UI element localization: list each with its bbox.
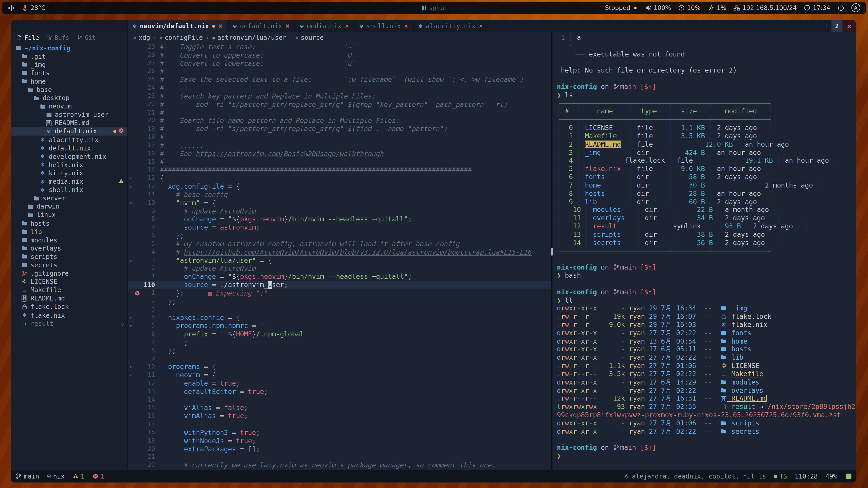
window-separator[interactable] [551,32,553,470]
tree-item[interactable]: hosts [11,219,127,228]
fold-caret-icon[interactable]: ▾ [128,199,133,207]
temperature-module[interactable]: 28°C [22,4,46,11]
tree-item[interactable]: ❄shell.nix [11,186,127,194]
tabpage-2[interactable]: 2 [831,20,842,32]
tree-item[interactable]: .git [11,52,127,60]
close-icon[interactable]: × [404,22,408,30]
terminal-line: .rw-r--r-- 3.5k ryan 27 7 02:22 -- ≡ Mak… [557,370,856,378]
editor-line: 27# Convert to lowercase: `u` [128,60,551,68]
nix-icon: ❄ [47,128,51,135]
tabline-close-button[interactable]: × [842,20,856,32]
buffer-tab[interactable]: ❄neovim/default.nix●× [128,20,228,32]
code-text: extraPackages = []; [160,445,260,453]
scrollbar-thumb[interactable] [551,248,553,256]
tree-item[interactable]: MREADME.md [11,294,127,302]
close-icon[interactable]: × [345,22,349,30]
launcher-icon[interactable] [8,4,15,11]
buffer-tab[interactable]: ❄alacritty.nix× [414,20,488,32]
tree-item[interactable]: ❄media.nix [11,177,127,186]
tree-item[interactable]: darwin [11,202,127,211]
user-badge[interactable]: A [851,3,860,12]
fold-caret-icon[interactable]: ▾ [128,314,133,322]
tree-item[interactable]: desktop [11,94,127,102]
tree-item[interactable]: ↪result○ [11,319,127,328]
tree-item[interactable]: ❄kitty.nix [11,169,127,177]
fold-caret-icon[interactable]: ▾ [128,363,133,371]
tree-item[interactable]: _img [11,60,127,69]
buffer-tabs: ❄neovim/default.nix●×❄default.nix×❄media… [128,20,489,32]
volume-module[interactable]: 100% [645,4,671,11]
buffer-tab[interactable]: ❄default.nix× [228,20,295,32]
buffer-tab[interactable]: ❄media.nix× [295,20,354,32]
tree-item[interactable]: flake.lock [11,302,127,311]
file-tree[interactable]: ~/nix-config.git_imgfontshomebasedesktop… [11,43,127,470]
disk-value: 10% [687,4,701,11]
tree-item[interactable]: neovim [11,102,127,110]
tree-item[interactable]: fonts [11,69,127,77]
env-name: nix [53,472,65,480]
line-number: 18 [141,133,155,141]
fold-caret-icon[interactable]: ▾ [128,371,133,380]
sidebar-tab-file[interactable]: File [17,34,39,41]
tree-item[interactable]: home [11,77,127,86]
brightness-module[interactable]: 1% [708,4,726,11]
sidebar-tab-bufs[interactable]: Bufs [47,34,69,41]
breadcrumb-item[interactable]: ◈source [296,34,324,41]
network-module[interactable]: 192.168.5.100/24 [734,4,797,11]
tree-item[interactable]: overlays [11,244,127,253]
fold-caret-icon[interactable]: ▾ [128,183,133,191]
terminal-line [557,75,856,83]
tree-item[interactable]: secrets [11,261,127,269]
code-text: # Convert to uppercase: `U` [160,51,356,59]
tree-item[interactable]: ❄default.nix● [11,127,127,135]
tree-item[interactable]: modules [11,236,127,244]
terminal-line: │ 4 │ flake.lock │ file │ 19.1 KB │ an h… [557,157,856,165]
breadcrumb-item[interactable]: ◈configFile [159,34,203,41]
breadcrumb-item[interactable]: ◈xdg [133,34,150,41]
tree-item[interactable]: ❄flake.nix [11,311,127,319]
terminal-pane[interactable]: 1 │ a · ╰── executable was not found hel… [553,32,856,470]
cert-icon: © [22,278,26,286]
close-icon[interactable]: × [479,22,483,30]
tree-item[interactable]: ❄development.nix [11,152,127,161]
statusline: main ❄ nix 1 1 alejandra, deadn [11,470,856,482]
sidebar-tab-git[interactable]: Git [77,34,96,41]
tree-item[interactable]: ❄helix.nix [11,161,127,169]
terminal-line: nix-config on main [$⇡] [557,288,856,296]
tree-item[interactable]: ❄default.nix [11,144,127,152]
tree-item[interactable]: MREADME.md [11,119,127,127]
code-text: ########################################… [160,166,472,174]
tree-item[interactable]: lib [11,228,127,236]
sidebar-tab-label: Bufs [55,34,69,41]
code-text: # [160,133,164,141]
media-status-module[interactable]: Stopped [605,4,638,11]
close-icon[interactable]: × [285,22,289,30]
fold-caret-icon[interactable]: ▾ [128,174,133,183]
editor-pane[interactable]: ◈xdg›◈configFile›◈astronvim/lua/user›◈so… [128,32,551,470]
tree-item[interactable]: .gitignore [11,269,127,278]
tree-item[interactable]: base [11,86,127,94]
disk-module[interactable]: 10% [678,4,701,11]
clock-module[interactable]: 17:34 [804,4,831,11]
tree-item[interactable]: ©LICENSE [11,278,127,286]
line-number: 8 [141,216,155,224]
terminal-line [557,255,856,263]
code-text: onChange = "${pkgs.neovim}/bin/nvim --he… [160,216,412,224]
power-icon[interactable] [837,4,844,11]
tree-item[interactable]: server [11,194,127,202]
tree-item[interactable]: astronvim_user [11,110,127,119]
terminal-line: │ 1 │ Makefile │ file │ 3.5 KB │ 2 days … [557,132,856,140]
buffer-tab[interactable]: ❄shell.nix× [354,20,414,32]
window-title-module: spiral [422,4,446,11]
fold-caret-icon[interactable]: ▾ [128,256,133,265]
tree-item[interactable]: scripts [11,253,127,261]
fold-caret-icon[interactable]: ▾ [128,322,133,330]
close-icon[interactable]: × [219,22,223,30]
tree-item[interactable]: ~/nix-config [11,43,127,52]
tree-item[interactable]: linux [11,211,127,219]
code-text: # update AstroNvim [160,265,256,273]
tree-item[interactable]: ≡Makefile [11,286,127,294]
breadcrumb-item[interactable]: ◈astronvim/lua/user [212,34,286,41]
tree-item[interactable]: ❄alacritty.nix [11,135,127,144]
tabpage-1[interactable]: 1 [820,20,831,32]
